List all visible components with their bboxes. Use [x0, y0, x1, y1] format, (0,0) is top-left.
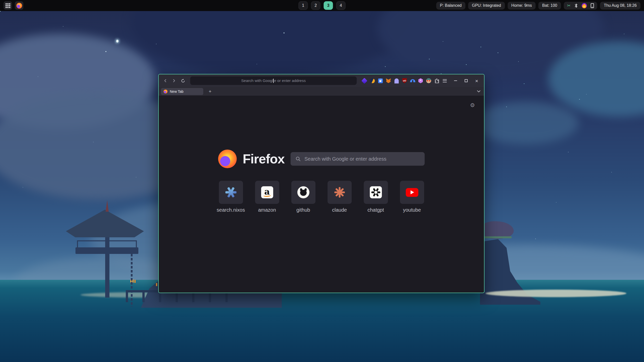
workspace-switcher: 1 2 3 4 — [299, 0, 346, 11]
maximize-button[interactable] — [463, 78, 469, 83]
shortcut-github[interactable]: github — [291, 181, 315, 213]
firefox-window: Search with Googl e or enter address uO … — [158, 74, 485, 293]
extensions-puzzle-button[interactable] — [434, 78, 439, 83]
screen: 1 2 3 4 P: Balanced GPU: Integrated Home… — [0, 0, 644, 362]
app-grid-launcher[interactable] — [4, 1, 12, 10]
tab-title: New Tab — [170, 89, 183, 94]
shortcut-label: amazon — [258, 207, 276, 213]
close-button[interactable]: × — [474, 78, 479, 83]
reload-button[interactable] — [179, 77, 186, 84]
gpu-pill[interactable]: GPU: Integrated — [468, 2, 505, 10]
watchtower-finial — [106, 200, 109, 212]
bluetooth-icon — [574, 3, 578, 8]
amazon-icon: a — [255, 181, 279, 204]
personalize-gear-icon[interactable]: ⚙ — [470, 103, 475, 108]
github-octocat-icon — [291, 181, 315, 204]
newtab-page: ⚙ Firefox Search with Google or enter ad… — [159, 96, 484, 293]
firefox-wordmark: Firefox — [243, 151, 285, 166]
openai-knot-icon — [364, 181, 388, 204]
app-grid-icon — [6, 3, 10, 8]
navigation-toolbar: Search with Googl e or enter address uO … — [159, 74, 484, 87]
new-tab-button[interactable]: + — [207, 88, 213, 95]
extension-metamask-fox-icon[interactable] — [386, 78, 391, 83]
shortcut-tiles: search.nixos a amazon github — [159, 181, 484, 213]
extension-shield-lock-icon[interactable] — [378, 78, 383, 83]
firefox-logo — [218, 150, 237, 168]
youtube-play-icon — [400, 181, 424, 204]
shortcut-label: claude — [332, 207, 347, 213]
workspace-2-button[interactable]: 2 — [311, 1, 320, 10]
back-button[interactable] — [162, 77, 169, 84]
sandbar — [486, 290, 626, 297]
tab-new-tab[interactable]: New Tab — [161, 88, 203, 95]
extension-nordvpn-icon[interactable] — [410, 78, 415, 83]
shortcut-label: chatgpt — [368, 207, 384, 213]
scissors-icon: ✂ — [567, 4, 571, 8]
taskbar-status: P: Balanced GPU: Integrated Home: 9ms Ba… — [436, 2, 640, 10]
extension-ghostery-icon[interactable] — [394, 78, 399, 83]
claude-starburst-icon — [328, 181, 352, 204]
workspace-4-button[interactable]: 4 — [336, 1, 346, 10]
forward-button[interactable] — [171, 77, 178, 84]
newtab-hero: Firefox Search with Google or enter addr… — [159, 149, 484, 169]
shortcut-label: youtube — [403, 207, 421, 213]
power-profile-pill[interactable]: P: Balanced — [436, 2, 465, 10]
shortcut-label: search.nixos — [217, 207, 245, 213]
newtab-search-field[interactable]: Search with Google or enter address — [291, 152, 425, 166]
text-caret — [273, 79, 274, 83]
extension-purple-diamond-icon[interactable] — [361, 78, 367, 83]
cloud — [131, 11, 408, 76]
url-bar[interactable]: Search with Googl e or enter address — [190, 76, 357, 85]
newtab-search-placeholder: Search with Google or enter address — [304, 156, 386, 162]
list-all-tabs-chevron[interactable] — [477, 90, 480, 93]
phone-icon — [591, 3, 594, 8]
workspace-3-button-active[interactable]: 3 — [324, 1, 333, 10]
shortcut-claude[interactable]: claude — [328, 181, 352, 213]
minimize-button[interactable] — [453, 78, 458, 83]
url-placeholder-left: Search with Googl — [241, 78, 273, 83]
shortcut-search-nixos[interactable]: search.nixos — [219, 181, 243, 213]
shortcut-chatgpt[interactable]: chatgpt — [364, 181, 388, 213]
right-island-ledge — [481, 236, 512, 238]
app-menu-hamburger-button[interactable] — [442, 78, 448, 83]
extension-spy-face-icon[interactable] — [426, 78, 431, 83]
firefox-launcher[interactable] — [15, 1, 23, 10]
tray-icons-pill[interactable]: ✂ — [564, 2, 597, 10]
shortcut-amazon[interactable]: a amazon — [255, 181, 279, 213]
extension-ublock-origin-icon[interactable]: uO — [402, 78, 407, 83]
flame-badge-icon — [582, 3, 587, 8]
tab-bar: New Tab + — [159, 87, 484, 96]
taskbar-launchers — [4, 1, 23, 10]
nixos-snowflake-icon — [219, 181, 243, 204]
sea-sparkles — [0, 11, 1, 12]
battery-pill[interactable]: Bat: 100 — [538, 2, 561, 10]
url-placeholder-right: e or enter address — [274, 78, 306, 83]
extensions-row: uO * — [361, 78, 448, 83]
latency-pill[interactable]: Home: 9ms — [508, 2, 536, 10]
extension-snowflake-icon[interactable]: * — [418, 78, 423, 83]
shortcut-label: github — [296, 207, 310, 213]
clock-pill[interactable]: Thu Aug 08, 18:26 — [600, 2, 640, 10]
cloud — [473, 102, 579, 144]
extension-dark-mode-icon[interactable] — [370, 78, 375, 83]
taskbar: 1 2 3 4 P: Balanced GPU: Integrated Home… — [0, 0, 644, 11]
firefox-icon — [16, 3, 22, 9]
shortcut-youtube[interactable]: youtube — [400, 181, 424, 213]
window-controls: × — [453, 78, 479, 83]
workspace-1-button[interactable]: 1 — [299, 1, 308, 10]
bright-star — [116, 40, 118, 42]
search-icon — [296, 156, 301, 161]
tab-favicon-firefox — [164, 89, 168, 94]
